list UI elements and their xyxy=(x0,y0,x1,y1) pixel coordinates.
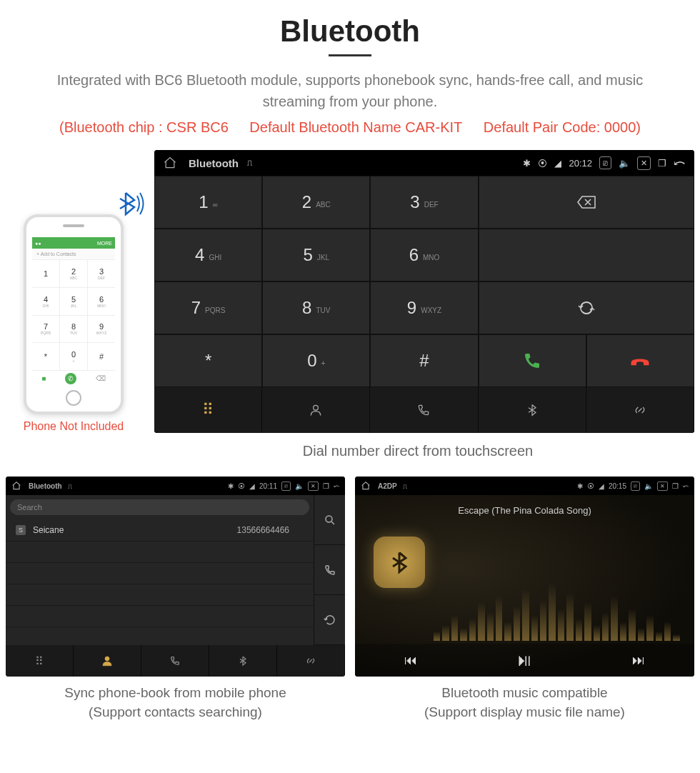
phone-key-6[interactable]: 6MNO xyxy=(88,288,115,315)
dial-key-⌫[interactable] xyxy=(479,176,694,229)
next-button[interactable]: ⏭ xyxy=(632,653,645,668)
dial-key-7[interactable]: 7PQRS xyxy=(154,281,262,334)
svg-point-2 xyxy=(105,657,109,661)
nav-call[interactable] xyxy=(370,387,478,433)
back-icon[interactable]: ⤺ xyxy=(674,154,686,171)
spec-name: Default Bluetooth Name CAR-KIT xyxy=(249,119,462,135)
music-caption1: Bluetooth music compatible xyxy=(355,684,694,703)
phone-key-8[interactable]: 8TUV xyxy=(60,316,87,343)
nav-keypad[interactable]: ⠿ xyxy=(154,387,262,433)
dial-key-8[interactable]: 8TUV xyxy=(262,281,370,334)
nav-call[interactable] xyxy=(141,645,209,677)
music-bluetooth-icon xyxy=(374,537,425,588)
headunit-title: Bluetooth xyxy=(189,157,239,169)
phone-key-0[interactable]: 0+ xyxy=(60,343,87,370)
specs-line: (Bluetooth chip : CSR BC6 Default Blueto… xyxy=(6,119,694,136)
camera-icon[interactable]: ⎚ xyxy=(599,156,611,169)
add-contacts-label: + Add to Contacts xyxy=(32,249,115,260)
contacts-caption1: Sync phone-book from mobile phone xyxy=(6,684,345,703)
dial-key-5[interactable]: 5JKL xyxy=(262,229,370,281)
side-call[interactable] xyxy=(314,545,345,595)
phone-video-icon: ■ xyxy=(41,374,46,382)
home-icon[interactable] xyxy=(361,481,371,491)
dial-key-☎[interactable] xyxy=(586,334,694,387)
page-title: Bluetooth xyxy=(6,14,694,49)
dial-key-1[interactable]: 1∞ xyxy=(154,176,262,229)
phone-key-3[interactable]: 3DEF xyxy=(88,260,115,287)
gps-icon: ⦿ xyxy=(538,158,547,169)
home-icon[interactable] xyxy=(11,481,21,491)
contacts-title: Bluetooth xyxy=(29,482,62,490)
side-search[interactable] xyxy=(314,495,345,545)
contacts-time: 20:11 xyxy=(259,482,277,490)
wifi-icon: ◢ xyxy=(554,158,561,169)
phone-key-5[interactable]: 5JKL xyxy=(60,288,87,315)
phone-key-9[interactable]: 9WXYZ xyxy=(88,316,115,343)
clock: 20:12 xyxy=(569,158,592,169)
music-time: 20:15 xyxy=(609,482,626,490)
volume-icon[interactable]: 🔈 xyxy=(619,158,630,169)
phone-back-icon: ⌫ xyxy=(96,374,106,382)
recent-icon[interactable]: ❐ xyxy=(658,158,666,169)
search-input[interactable]: Search xyxy=(10,499,309,515)
spec-chip: (Bluetooth chip : CSR BC6 xyxy=(59,119,229,135)
phone-key-4[interactable]: 4GHI xyxy=(32,288,59,315)
phone-key-1[interactable]: 1 xyxy=(32,260,59,287)
dial-key-#[interactable]: # xyxy=(370,334,478,387)
dial-key-⟳[interactable] xyxy=(479,281,694,334)
title-underline xyxy=(329,54,371,56)
dial-key-*[interactable]: * xyxy=(154,334,262,387)
music-panel: A2DP ⎍ ✱⦿◢ 20:15 ⎚🔈✕❐⤺ Escape (The Pina … xyxy=(355,477,694,677)
phone-key-#[interactable]: # xyxy=(88,343,115,370)
prev-button[interactable]: ⏮ xyxy=(404,653,417,668)
dial-key-3[interactable]: 3DEF xyxy=(370,176,478,229)
phone-call-button[interactable]: ✆ xyxy=(65,373,76,384)
nav-link[interactable] xyxy=(277,645,345,677)
dial-key-2[interactable]: 2ABC xyxy=(262,176,370,229)
dial-key-blank[interactable] xyxy=(479,229,694,281)
music-title: A2DP xyxy=(378,482,397,490)
side-refresh[interactable] xyxy=(314,595,345,645)
description: Integrated with BC6 Bluetooth module, su… xyxy=(36,69,664,112)
song-title: Escape (The Pina Colada Song) xyxy=(458,505,591,516)
svg-point-0 xyxy=(314,405,319,410)
nav-keypad[interactable]: ⠿ xyxy=(6,645,74,677)
dial-key-0[interactable]: 0+ xyxy=(262,334,370,387)
phone-status-bar: ●●MORE xyxy=(32,237,115,249)
mobile-phone: ●●MORE + Add to Contacts 12ABC3DEF4GHI5J… xyxy=(24,214,124,414)
phone-caption: Phone Not Included xyxy=(24,420,124,433)
nav-link[interactable] xyxy=(586,387,694,433)
contacts-caption2: (Support contacts searching) xyxy=(6,703,345,722)
phone-key-7[interactable]: 7PQRS xyxy=(32,316,59,343)
dial-key-6[interactable]: 6MNO xyxy=(370,229,478,281)
phone-key-*[interactable]: * xyxy=(32,343,59,370)
nav-bluetooth[interactable] xyxy=(209,645,277,677)
dial-key-📞[interactable] xyxy=(479,334,586,387)
headunit-dialer: Bluetooth ⎍ ✱ ⦿ ◢ 20:12 ⎚ 🔈 ✕ ❐ ⤺ 1∞2ABC… xyxy=(154,150,694,433)
headunit-caption: Dial number direct from touchscreen xyxy=(6,443,694,459)
play-button[interactable]: ⏯ xyxy=(516,650,533,670)
usb-icon: ⎍ xyxy=(247,158,252,168)
phone-key-2[interactable]: 2ABC xyxy=(60,260,87,287)
bt-status-icon: ✱ xyxy=(523,158,531,169)
close-icon[interactable]: ✕ xyxy=(637,156,651,170)
contact-row[interactable]: SSeicane13566664466 xyxy=(6,519,314,542)
bluetooth-signal-icon xyxy=(113,186,149,221)
nav-bluetooth[interactable] xyxy=(479,387,586,433)
nav-contacts[interactable] xyxy=(74,645,141,677)
dial-key-4[interactable]: 4GHI xyxy=(154,229,262,281)
home-icon[interactable] xyxy=(163,156,177,170)
contacts-panel: Bluetooth ⎍ ✱⦿◢ 20:11 ⎚🔈✕❐⤺ Search SSeic… xyxy=(6,477,345,677)
dial-key-9[interactable]: 9WXYZ xyxy=(370,281,478,334)
nav-contacts[interactable] xyxy=(262,387,370,433)
music-caption2: (Support display music file name) xyxy=(355,703,694,722)
svg-point-1 xyxy=(326,516,332,522)
spec-code: Default Pair Code: 0000) xyxy=(484,119,641,135)
